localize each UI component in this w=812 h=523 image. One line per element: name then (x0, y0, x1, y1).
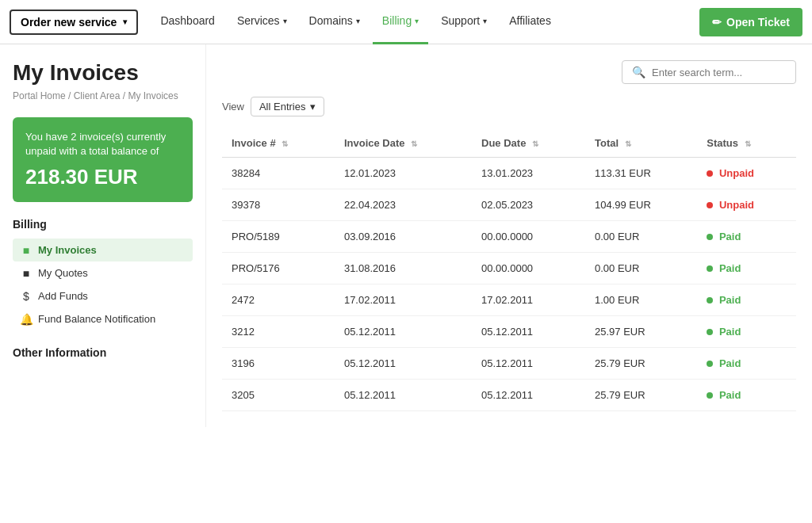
cell-total: 25.97 EUR (585, 316, 697, 348)
notification-icon: 🔔 (21, 314, 32, 325)
sidebar: My Invoices Portal Home / Client Area / … (0, 44, 206, 427)
sidebar-item-fund-balance-notification[interactable]: 🔔 Fund Balance Notification (13, 307, 193, 330)
status-badge: Paid (719, 231, 741, 242)
sort-invoice-date-icon: ⇅ (411, 139, 417, 148)
view-select-chevron-icon: ▾ (310, 101, 316, 113)
cell-invoice-date: 05.12.2011 (335, 380, 472, 411)
table-row[interactable]: PRO/5189 03.09.2016 00.00.0000 0.00 EUR … (222, 221, 796, 253)
cell-invoice-number: 38284 (222, 158, 335, 189)
my-quotes-icon: ■ (21, 268, 32, 279)
sidebar-menu: ■ My Invoices ■ My Quotes $ Add Funds 🔔 … (13, 239, 193, 330)
cell-due-date: 05.12.2011 (472, 380, 585, 411)
status-badge: Unpaid (719, 167, 754, 179)
add-funds-icon: $ (21, 291, 32, 302)
sort-status-icon: ⇅ (745, 139, 751, 148)
nav-affiliates[interactable]: Affiliates (500, 0, 561, 44)
order-new-service-button[interactable]: Order new service ▾ (10, 10, 138, 35)
cell-invoice-date: 05.12.2011 (335, 348, 472, 380)
invoice-table: Invoice # ⇅ Invoice Date ⇅ Due Date ⇅ To… (222, 129, 796, 411)
status-dot-icon (707, 202, 713, 208)
table-row[interactable]: PRO/5176 31.08.2016 00.00.0000 0.00 EUR … (222, 253, 796, 284)
view-select-dropdown[interactable]: All Entries ▾ (251, 97, 325, 116)
cell-due-date: 05.12.2011 (472, 348, 585, 380)
search-box[interactable]: 🔍 (622, 60, 796, 84)
status-badge: Paid (719, 357, 741, 369)
table-row[interactable]: 2472 17.02.2011 17.02.2011 1.00 EUR Paid (222, 284, 796, 316)
col-total[interactable]: Total ⇅ (585, 129, 697, 158)
cell-invoice-number: 39378 (222, 189, 335, 221)
cell-status: Paid (697, 221, 796, 253)
search-input[interactable] (652, 67, 786, 78)
sidebar-item-my-invoices[interactable]: ■ My Invoices (13, 239, 193, 262)
cell-total: 1.00 EUR (585, 284, 697, 316)
cell-due-date: 00.00.0000 (472, 253, 585, 284)
status-badge: Paid (719, 326, 741, 338)
status-dot-icon (707, 361, 713, 367)
status-badge: Paid (719, 262, 741, 274)
cell-due-date: 02.05.2023 (472, 189, 585, 221)
my-invoices-icon: ■ (21, 245, 32, 256)
main-container: My Invoices Portal Home / Client Area / … (0, 44, 812, 427)
cell-invoice-date: 12.01.2023 (335, 158, 472, 189)
table-row[interactable]: 3196 05.12.2011 05.12.2011 25.79 EUR Pai… (222, 348, 796, 380)
table-row[interactable]: 38284 12.01.2023 13.01.2023 113.31 EUR U… (222, 158, 796, 189)
nav-billing[interactable]: Billing ▾ (373, 0, 428, 44)
cell-due-date: 17.02.2011 (472, 284, 585, 316)
sidebar-item-label: My Invoices (38, 244, 97, 256)
nav-domains[interactable]: Domains ▾ (300, 0, 370, 44)
services-chevron-icon: ▾ (283, 17, 287, 25)
col-due-date[interactable]: Due Date ⇅ (472, 129, 585, 158)
cell-due-date: 13.01.2023 (472, 158, 585, 189)
status-badge: Paid (719, 389, 741, 401)
cell-status: Unpaid (697, 189, 796, 221)
table-row[interactable]: 3212 05.12.2011 05.12.2011 25.97 EUR Pai… (222, 316, 796, 348)
breadcrumb: Portal Home / Client Area / My Invoices (13, 90, 193, 101)
balance-card: You have 2 invoice(s) currently unpaid w… (13, 117, 193, 202)
billing-section-title: Billing (13, 218, 193, 231)
domains-chevron-icon: ▾ (356, 17, 360, 25)
col-invoice-date[interactable]: Invoice Date ⇅ (335, 129, 472, 158)
sidebar-item-add-funds[interactable]: $ Add Funds (13, 284, 193, 307)
nav-support[interactable]: Support ▾ (431, 0, 496, 44)
col-invoice-number[interactable]: Invoice # ⇅ (222, 129, 335, 158)
pencil-icon: ✏ (712, 16, 722, 29)
search-icon: 🔍 (632, 66, 645, 78)
view-row: View All Entries ▾ (222, 97, 796, 116)
sort-invoice-icon: ⇅ (282, 139, 288, 148)
open-ticket-button[interactable]: ✏ Open Ticket (699, 8, 802, 36)
status-badge: Paid (719, 294, 741, 306)
status-badge: Unpaid (719, 199, 754, 211)
billing-chevron-icon: ▾ (415, 17, 419, 25)
other-information-title: Other Information (13, 346, 193, 359)
cell-invoice-number: 3196 (222, 348, 335, 380)
nav-dashboard[interactable]: Dashboard (151, 0, 224, 44)
cell-total: 25.79 EUR (585, 380, 697, 411)
cell-invoice-number: PRO/5176 (222, 253, 335, 284)
cell-invoice-date: 03.09.2016 (335, 221, 472, 253)
sort-due-date-icon: ⇅ (532, 139, 538, 148)
order-new-service-label: Order new service (21, 16, 117, 29)
cell-due-date: 00.00.0000 (472, 221, 585, 253)
cell-status: Paid (697, 316, 796, 348)
page-title: My Invoices (13, 60, 193, 86)
status-dot-icon (707, 170, 713, 177)
cell-status: Paid (697, 380, 796, 411)
table-header-row: Invoice # ⇅ Invoice Date ⇅ Due Date ⇅ To… (222, 129, 796, 158)
cell-invoice-number: PRO/5189 (222, 221, 335, 253)
col-status[interactable]: Status ⇅ (697, 129, 796, 158)
cell-invoice-date: 05.12.2011 (335, 316, 472, 348)
table-row[interactable]: 3205 05.12.2011 05.12.2011 25.79 EUR Pai… (222, 380, 796, 411)
status-dot-icon (707, 329, 713, 335)
sidebar-item-label: Add Funds (38, 290, 88, 302)
cell-status: Paid (697, 348, 796, 380)
balance-notice: You have 2 invoice(s) currently unpaid w… (25, 130, 180, 158)
view-label: View (222, 101, 244, 113)
cell-status: Unpaid (697, 158, 796, 189)
cell-status: Paid (697, 284, 796, 316)
nav-services[interactable]: Services ▾ (228, 0, 297, 44)
sidebar-item-my-quotes[interactable]: ■ My Quotes (13, 262, 193, 284)
support-chevron-icon: ▾ (483, 17, 487, 25)
navbar: Order new service ▾ Dashboard Services ▾… (0, 0, 812, 44)
sidebar-item-label: Fund Balance Notification (38, 313, 155, 325)
table-row[interactable]: 39378 22.04.2023 02.05.2023 104.99 EUR U… (222, 189, 796, 221)
